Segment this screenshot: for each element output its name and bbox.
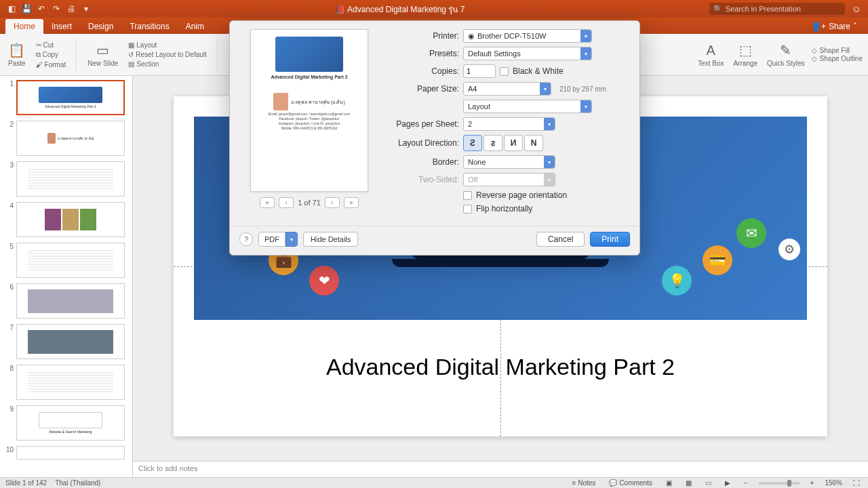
layoutdir-3[interactable]: И <box>504 135 523 151</box>
slide-thumb-8[interactable] <box>16 365 125 400</box>
pps-select[interactable]: 2▾ <box>463 117 555 131</box>
thumb-number: 3 <box>4 161 14 197</box>
brush-icon: 🖌 <box>36 61 43 68</box>
tab-animations[interactable]: Anim <box>178 19 212 34</box>
slide-thumb-10[interactable] <box>16 446 125 460</box>
layout-button[interactable]: ▦Layout <box>126 41 209 49</box>
reset-layout-button[interactable]: ↺Reset Layout to Default <box>126 50 209 59</box>
mail-icon: ✉ <box>736 218 766 248</box>
pager-prev-button[interactable]: ‹ <box>279 197 294 208</box>
section-button[interactable]: ▤Section <box>126 60 209 68</box>
zoom-out-button[interactable]: − <box>741 479 751 487</box>
slide-thumb-9[interactable]: Website & Search Marketing <box>16 405 125 441</box>
printer-select[interactable]: ◉ Brother DCP-T510W▾ <box>463 29 592 43</box>
slide-thumbnails-pane[interactable]: 1 Advanced Digital Marketing Part 2 2 อ.… <box>0 76 133 477</box>
bw-checkbox[interactable] <box>500 67 509 76</box>
customize-qat-icon[interactable]: ▾ <box>81 4 91 14</box>
text-box-button[interactable]: A Text Box <box>695 43 726 67</box>
arrange-button[interactable]: ⬚ Arrange <box>730 42 760 67</box>
redo-icon[interactable]: ↷ <box>52 4 61 14</box>
scissors-icon: ✂ <box>36 41 41 49</box>
paste-button[interactable]: 📋 Paste <box>5 42 28 67</box>
presets-label: Presets: <box>389 49 459 58</box>
slide-thumb-3[interactable] <box>16 161 125 197</box>
copies-input[interactable] <box>463 64 496 78</box>
slide-thumb-1[interactable]: Advanced Digital Marketing Part 2 <box>16 80 125 115</box>
new-slide-button[interactable]: ▭ New Slide <box>85 42 121 67</box>
thumb-number: 10 <box>4 446 14 460</box>
papersize-label: Paper Size: <box>389 84 459 94</box>
twosided-select: Off▾ <box>463 173 555 186</box>
reverse-checkbox[interactable] <box>463 191 472 200</box>
slide-thumb-7[interactable] <box>16 324 125 359</box>
fit-to-window-button[interactable]: ⛶ <box>850 479 863 487</box>
notes-toggle[interactable]: ≡Notes <box>569 479 598 487</box>
hide-details-button[interactable]: Hide Details <box>303 232 358 247</box>
undo-icon[interactable]: ↶ <box>37 4 46 14</box>
share-button[interactable]: 👤+ Share ˄ <box>806 19 863 34</box>
language-indicator[interactable]: Thai (Thailand) <box>55 479 100 487</box>
zoom-in-button[interactable]: + <box>808 479 817 487</box>
copy-button[interactable]: ⧉Copy <box>34 50 68 60</box>
shape-outline-button[interactable]: ◇Shape Outline <box>812 55 863 62</box>
slide-thumb-4[interactable] <box>16 202 125 237</box>
slide-thumb-5[interactable] <box>16 243 125 278</box>
thumb-number: 2 <box>4 121 14 156</box>
print-button[interactable]: Print <box>590 232 630 247</box>
preview-pager: « ‹ 1 of 71 › » <box>239 197 379 208</box>
paper-dimensions: 210 by 297 mm <box>559 85 606 93</box>
slideshow-button[interactable]: ▶ <box>722 479 733 487</box>
sorter-view-button[interactable]: ▦ <box>683 479 694 487</box>
pager-last-button[interactable]: » <box>344 197 359 208</box>
print-icon[interactable]: 🖨 <box>66 4 76 14</box>
twosided-label: Two-Sided: <box>389 175 459 184</box>
layoutdir-2[interactable]: ƨ <box>484 135 502 151</box>
comments-icon: 💬 <box>609 479 617 487</box>
border-select[interactable]: None▾ <box>463 155 555 169</box>
thumb-number: 1 <box>4 80 14 115</box>
thumb-number: 9 <box>4 405 14 441</box>
pdf-dropdown[interactable]: ▾ <box>285 232 298 247</box>
cut-button[interactable]: ✂Cut <box>34 41 68 49</box>
autosave-icon[interactable]: ◧ <box>7 4 16 14</box>
cancel-button[interactable]: Cancel <box>536 232 585 247</box>
slide-thumb-2[interactable]: อ.จตุพล ทานาฤทัย (อ.ต้น) <box>16 121 125 156</box>
tab-design[interactable]: Design <box>80 19 121 34</box>
pps-label: Pages per Sheet: <box>389 119 459 129</box>
quick-access-toolbar: ◧ 💾 ↶ ↷ 🖨 ▾ <box>7 4 91 14</box>
pager-next-button[interactable]: › <box>325 197 340 208</box>
save-icon[interactable]: 💾 <box>22 4 31 14</box>
user-account-icon[interactable]: ☺ <box>852 3 861 14</box>
section-select[interactable]: Layout▾ <box>463 100 592 113</box>
flip-checkbox[interactable] <box>463 205 472 214</box>
slide-thumb-6[interactable] <box>16 283 125 319</box>
help-button[interactable]: ? <box>239 232 253 246</box>
chevron-up-icon: ˄ <box>853 22 857 31</box>
layoutdir-4[interactable]: N <box>524 135 543 151</box>
reset-icon: ↺ <box>128 51 134 58</box>
pdf-button[interactable]: PDF <box>258 232 285 247</box>
format-painter-button[interactable]: 🖌Format <box>34 60 68 69</box>
normal-view-button[interactable]: ▣ <box>663 479 675 487</box>
border-label: Border: <box>389 157 459 167</box>
comments-toggle[interactable]: 💬Comments <box>606 479 654 487</box>
quick-styles-button[interactable]: ✎ Quick Styles <box>764 42 808 67</box>
layoutdir-1[interactable]: Ƨ <box>463 135 482 151</box>
zoom-level[interactable]: 156% <box>825 479 842 487</box>
shape-fill-button[interactable]: ◇Shape Fill <box>812 47 863 54</box>
text-box-icon: A <box>707 43 715 58</box>
tab-home[interactable]: Home <box>5 19 43 34</box>
pager-first-button[interactable]: « <box>260 197 275 208</box>
zoom-slider[interactable] <box>759 482 800 485</box>
document-title: 📕 Advanced Digital Marketing รุ่น 7 <box>91 3 709 16</box>
presets-select[interactable]: Default Settings▾ <box>463 47 592 60</box>
search-input[interactable]: 🔍 Search in Presentation <box>709 3 845 15</box>
papersize-select[interactable]: A4▾ <box>463 82 551 96</box>
notes-pane[interactable]: Click to add notes <box>133 461 868 477</box>
reverse-label: Reverse page orientation <box>476 190 567 200</box>
copies-label: Copies: <box>389 66 459 76</box>
tab-insert[interactable]: Insert <box>43 19 80 34</box>
share-icon: 👤+ <box>811 22 826 31</box>
reading-view-button[interactable]: ▭ <box>703 479 714 487</box>
tab-transitions[interactable]: Transitions <box>121 19 177 34</box>
